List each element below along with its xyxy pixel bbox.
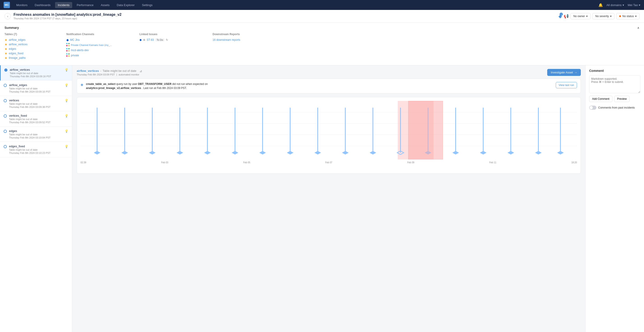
issue-status-badge: To Do <box>155 38 164 41</box>
main-layout: airflow_vertices Table might be out of d… <box>0 65 644 332</box>
linked-issue-item: ◆ ⊕ ST-83 To Do ↻ <box>140 38 207 41</box>
no-owner-label: No owner <box>573 15 585 18</box>
row-name: airflow_vertices <box>10 68 62 71</box>
table-row[interactable]: vertices_fixed Table might be out of dat… <box>0 111 72 127</box>
summary-collapse-icon[interactable]: ∧ <box>637 26 640 29</box>
domain-selector[interactable]: All domains ▾ <box>606 3 624 7</box>
no-owner-button[interactable]: No owner ▾ <box>570 13 590 19</box>
bookmark-icon[interactable]: ◆ 1 <box>558 13 562 19</box>
list-item: mcd-alerts-dev <box>66 48 134 52</box>
svg-marker-35 <box>94 151 100 155</box>
no-status-label: No status <box>622 15 634 18</box>
investigate-button[interactable]: Investigate Asset → <box>547 69 581 76</box>
svg-rect-4 <box>66 48 68 49</box>
comment-textarea[interactable] <box>589 75 640 93</box>
table-row[interactable]: airflow_edges Table might be out of date… <box>0 81 72 96</box>
preview-button[interactable]: Preview <box>614 96 630 102</box>
radio-button[interactable] <box>4 68 8 72</box>
channel-name-jira[interactable]: MC Jira <box>70 38 80 41</box>
svg-rect-0 <box>66 43 68 44</box>
list-item: ★ lineage_paths <box>4 56 61 60</box>
table-link-airflow-edges[interactable]: airflow_edges <box>9 38 26 41</box>
lightbulb-icon[interactable]: 💡 <box>64 99 68 102</box>
star-icon: ★ <box>4 52 8 55</box>
svg-marker-51 <box>535 151 542 155</box>
investigate-label: Investigate Asset <box>551 71 573 74</box>
lightbulb-icon[interactable]: 💡 <box>64 83 68 87</box>
alert-user: DBT_TRANSFORM_USER <box>138 82 172 86</box>
nav-assets[interactable]: Assets <box>98 2 112 8</box>
list-item: ★ airflow_vertices <box>4 43 61 46</box>
row-time: Thursday Feb 8th 2024 03:10:23 PST <box>9 152 62 154</box>
nav-performance[interactable]: Performance <box>74 2 96 8</box>
no-status-button[interactable]: No status ▾ <box>616 13 640 19</box>
summary-header[interactable]: Summary ∧ <box>4 23 640 33</box>
speaker-icon[interactable]: 📢 <box>564 14 569 19</box>
svg-marker-39 <box>204 151 211 155</box>
downstream-link[interactable]: 16 downstream reports <box>212 38 240 41</box>
issue-link-st83[interactable]: ST-83 <box>147 38 154 41</box>
svg-rect-3 <box>68 45 70 46</box>
nav-monitors[interactable]: Monitors <box>14 2 30 8</box>
svg-marker-38 <box>176 151 183 155</box>
svg-rect-5 <box>68 48 70 49</box>
lightbulb-icon[interactable]: 💡 <box>64 145 68 148</box>
view-last-run-button[interactable]: View last run <box>556 82 577 88</box>
lightbulb-icon[interactable]: 💡 <box>64 114 68 118</box>
table-row[interactable]: airflow_vertices Table might be out of d… <box>0 65 72 81</box>
lightbulb-icon[interactable]: 💡 <box>64 68 68 72</box>
x-label-3: Feb 05 <box>243 161 250 164</box>
no-severity-button[interactable]: No severity ▾ <box>592 13 614 19</box>
nav-data-explorer[interactable]: Data Explorer <box>114 2 137 8</box>
nav-settings[interactable]: Settings <box>139 2 155 8</box>
channel-name-mcd[interactable]: mcd-alerts-dev <box>71 49 89 52</box>
table-link-edges-fixed[interactable]: edges_fixed <box>9 52 24 55</box>
summary-title: Summary <box>4 26 19 29</box>
radio-button[interactable] <box>4 130 7 133</box>
table-row[interactable]: vertices Table might be out of date Thur… <box>0 96 72 111</box>
add-comment-button[interactable]: Add Comment <box>589 96 612 102</box>
table-link-edges[interactable]: edges <box>9 47 16 50</box>
table-row[interactable]: edges Table might be out of date Thursda… <box>0 127 72 142</box>
table-link-lineage-paths[interactable]: lineage_paths <box>9 56 26 59</box>
alert-text-after: did not run when expected on <box>172 82 208 86</box>
svg-rect-6 <box>66 50 68 51</box>
radio-button[interactable] <box>4 145 7 148</box>
filter-icon[interactable]: ⊿ <box>140 69 142 73</box>
chart-x-labels: 02:39 Feb 03 Feb 05 Feb 07 Feb 09 Feb 11… <box>80 160 577 164</box>
no-severity-label: No severity <box>595 15 609 18</box>
radio-button[interactable] <box>4 114 7 118</box>
nav-incidents[interactable]: Incidents <box>55 2 72 8</box>
nav-right: 🔔 All domains ▾ Mei Tao ▾ <box>598 3 640 7</box>
detail-subtitle: Thursday Feb 8th 2024 03:09 PST | automa… <box>77 73 142 76</box>
svg-marker-42 <box>287 151 293 155</box>
notification-channels-col: Notification Channels ◆ MC Jira Private … <box>66 33 134 61</box>
bell-icon[interactable]: 🔔 <box>598 3 603 7</box>
slack-icon-3 <box>66 53 70 57</box>
channel-name-private2[interactable]: private <box>71 54 79 57</box>
radio-button[interactable] <box>4 99 7 102</box>
row-time: Thursday Feb 8th 2024 03:09:52 PST <box>9 121 62 124</box>
channel-name-private[interactable]: Private Channel Kamaev Ivan (my_... <box>71 44 112 46</box>
row-sub: Table might be out of date <box>9 87 62 90</box>
row-content: airflow_vertices Table might be out of d… <box>10 68 62 78</box>
row-name: airflow_edges <box>9 83 62 87</box>
user-menu[interactable]: Mei Tao ▾ <box>628 3 640 7</box>
asset-link[interactable]: airflow_vertices <box>77 69 99 73</box>
linked-issues-col: Linked Issues ◆ ⊕ ST-83 To Do ↻ <box>140 33 207 61</box>
incident-info: Freshness anomalies in [snowflake] analy… <box>14 13 122 20</box>
row-name: vertices_fixed <box>9 114 62 117</box>
radio-button[interactable] <box>4 84 7 87</box>
left-panel: airflow_vertices Table might be out of d… <box>0 65 72 332</box>
lightbulb-icon[interactable]: 💡 <box>64 129 68 133</box>
nav-dashboards[interactable]: Dashboards <box>32 2 53 8</box>
table-link-airflow-vertices[interactable]: airflow_vertices <box>9 43 28 46</box>
table-row[interactable]: edges_fixed Table might be out of date T… <box>0 142 72 157</box>
back-button[interactable]: ‹ <box>4 13 11 19</box>
row-sub: Table might be out of date <box>10 72 62 75</box>
past-incidents-label: Comments from past incidents <box>598 106 635 109</box>
alert-text-before: query run by user <box>116 82 138 86</box>
past-incidents-toggle[interactable] <box>589 106 596 110</box>
notification-header: Notification Channels <box>66 33 134 36</box>
detail-monitor-type: automated monitor <box>119 73 140 76</box>
